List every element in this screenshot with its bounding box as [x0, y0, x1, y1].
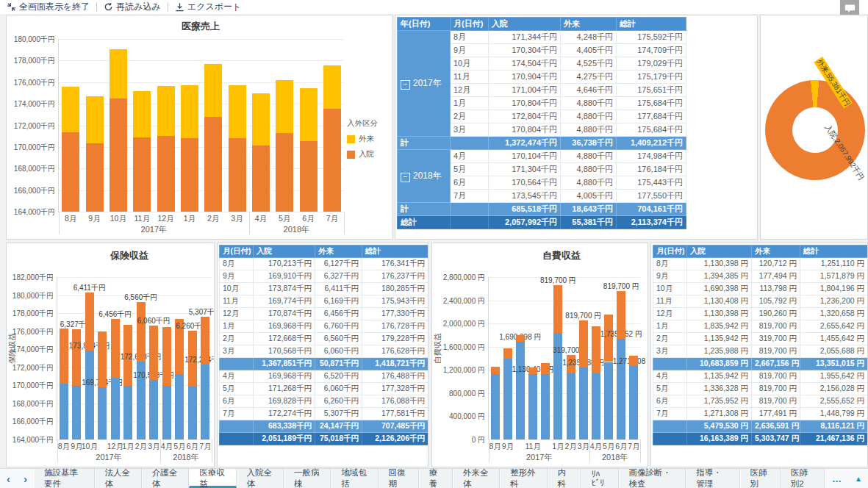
bar-segment-入院[interactable]: [579, 367, 588, 439]
bar-segment-外来[interactable]: [541, 363, 550, 374]
bar-segment-入院[interactable]: [72, 386, 81, 439]
bar-segment-入院[interactable]: [229, 138, 246, 212]
tab-overflow-button[interactable]: …: [825, 469, 849, 488]
bar-segment-外来[interactable]: [229, 85, 246, 138]
tab-指導・管理[interactable]: 指導・管理: [686, 469, 739, 488]
bar-segment-外来[interactable]: [157, 86, 175, 136]
bar-segment-入院[interactable]: [60, 384, 68, 439]
bar-segment-入院[interactable]: [133, 137, 151, 212]
bar-segment-外来[interactable]: [592, 326, 600, 374]
bar-segment-入院[interactable]: [629, 366, 638, 439]
bar-segment-入院[interactable]: [323, 109, 341, 212]
bar-segment-入院[interactable]: [541, 374, 550, 439]
exit-fullscreen-button[interactable]: 全画面表示を終了: [0, 0, 96, 14]
bar-segment-外来[interactable]: [98, 331, 107, 387]
bar-segment-入院[interactable]: [567, 373, 575, 439]
bar-segment-入院[interactable]: [86, 143, 104, 212]
insurance-chart-plot[interactable]: 164,000千円166,000千円168,000千円170,000千円172,…: [57, 277, 212, 440]
bar-segment-入院[interactable]: [188, 387, 197, 439]
comment-button[interactable]: [840, 0, 859, 16]
bar-segment-外来[interactable]: [579, 320, 588, 368]
tab-画像診断・検査[interactable]: 画像診断・検査: [619, 469, 686, 488]
tab-外来全体[interactable]: 外来全体: [453, 469, 500, 488]
table-row: 10月173,874千円6,411千円180,285千円: [220, 283, 428, 295]
tab-内科[interactable]: 内科: [548, 469, 581, 488]
bar-segment-外来[interactable]: [617, 291, 625, 339]
bar-segment-外来[interactable]: [86, 96, 104, 144]
bar-segment-入院[interactable]: [123, 386, 132, 439]
tab-医療収益[interactable]: 医療収益: [189, 469, 236, 488]
subtotal-row: 計685,518千円18,643千円704,161千円: [398, 203, 686, 216]
tab-一般病棟[interactable]: 一般病棟: [284, 469, 331, 488]
bar-segment-入院[interactable]: [157, 136, 175, 212]
medical-sales-chart-plot[interactable]: 164,000千円166,000千円168,000千円170,000千円172,…: [58, 39, 344, 212]
bar-segment-入院[interactable]: [592, 373, 600, 439]
bar-segment-外来[interactable]: [110, 49, 127, 98]
tab-整形外科[interactable]: 整形外科: [500, 469, 547, 488]
bar-segment-入院[interactable]: [503, 359, 512, 439]
bar-segment-外来[interactable]: [60, 329, 68, 384]
bar-segment-入院[interactable]: [181, 138, 198, 212]
bar-segment-外来[interactable]: [133, 91, 151, 137]
bar-segment-入院[interactable]: [204, 117, 222, 212]
bar-segment-外来[interactable]: [252, 93, 270, 146]
bar-segment-入院[interactable]: [111, 378, 120, 439]
tab-入院全体[interactable]: 入院全体: [237, 469, 284, 488]
tab-施設基準要件[interactable]: 施設基準要件: [34, 469, 95, 488]
bar-segment-外来[interactable]: [111, 319, 120, 377]
bar-segment-入院[interactable]: [528, 374, 537, 439]
bar-segment-外来[interactable]: [149, 326, 158, 380]
value-cell: 4,880千円: [561, 123, 617, 137]
bar-segment-外来[interactable]: [85, 293, 94, 351]
bar-segment-入院[interactable]: [85, 351, 94, 439]
collapse-toggle[interactable]: −: [401, 80, 410, 90]
bar-segment-外来[interactable]: [528, 367, 537, 373]
bar-segment-入院[interactable]: [62, 132, 79, 212]
value-cell: 819,700 円: [752, 395, 800, 408]
bar-segment-入院[interactable]: [491, 374, 500, 439]
bar-segment-外来[interactable]: [137, 302, 146, 362]
bar-segment-入院[interactable]: [110, 98, 127, 212]
bar-segment-外来[interactable]: [204, 64, 222, 117]
bar-segment-外来[interactable]: [62, 87, 79, 132]
bar-segment-入院[interactable]: [617, 339, 625, 439]
export-button[interactable]: エクスポート: [168, 0, 248, 14]
tab-介護全体[interactable]: 介護全体: [142, 469, 189, 488]
bar-segment-外来[interactable]: [553, 285, 562, 333]
tab-医師別[interactable]: 医師別: [740, 469, 781, 488]
tab-回復期[interactable]: 回復期: [379, 469, 419, 488]
tab-scroll-right-button[interactable]: ›: [17, 469, 34, 488]
bar-segment-入院[interactable]: [175, 374, 184, 439]
bar-segment-外来[interactable]: [491, 367, 500, 374]
bar-segment-入院[interactable]: [149, 380, 158, 439]
bar-segment-入院[interactable]: [300, 141, 318, 212]
bar-segment-外来[interactable]: [503, 348, 512, 359]
tab-法人全体[interactable]: 法人全体: [95, 469, 142, 488]
selfpay-chart-plot[interactable]: 0 円400,000 円800,000 円1,200,000 円1,600,00…: [488, 277, 640, 440]
tabbar-collapse-icon[interactable]: ▲: [849, 469, 868, 488]
bar-segment-入院[interactable]: [98, 387, 107, 439]
bar-segment-外来[interactable]: [276, 80, 293, 133]
bar-segment-外来[interactable]: [72, 329, 81, 387]
bar-segment-外来[interactable]: [300, 88, 318, 141]
bar-segment-外来[interactable]: [323, 65, 341, 109]
tab-地域包括[interactable]: 地域包括: [331, 469, 378, 488]
value-cell: 180,285千円: [362, 283, 428, 295]
bar-segment-入院[interactable]: [162, 386, 171, 439]
reload-button[interactable]: 再読み込み: [97, 0, 168, 14]
bar-segment-入院[interactable]: [252, 146, 270, 212]
tab-scroll-left-button[interactable]: ‹: [0, 469, 17, 488]
bar-segment-外来[interactable]: [629, 356, 638, 366]
bar-segment-入院[interactable]: [201, 365, 209, 439]
collapse-toggle[interactable]: −: [401, 173, 410, 182]
tab-療養[interactable]: 療養: [419, 469, 453, 488]
bar-segment-入院[interactable]: [604, 362, 613, 440]
bar-segment-外来[interactable]: [181, 85, 198, 138]
tab-ﾘﾊﾋﾞﾘ[interactable]: ﾘﾊﾋﾞﾘ: [581, 469, 619, 488]
bar-segment-入院[interactable]: [276, 133, 293, 212]
bar-segment-外来[interactable]: [162, 327, 171, 386]
bar-segment-入院[interactable]: [516, 342, 525, 439]
tab-医師別2[interactable]: 医師別2: [781, 469, 825, 488]
bar-segment-外来[interactable]: [516, 335, 525, 342]
bar-segment-外来[interactable]: [201, 317, 209, 365]
